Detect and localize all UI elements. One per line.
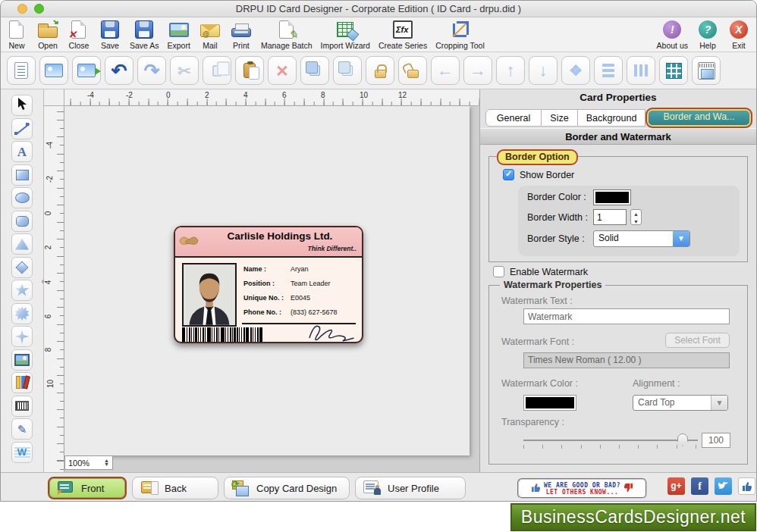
tab-size[interactable]: Size	[542, 109, 578, 127]
show-ruler-button[interactable]	[692, 56, 721, 85]
mail-button[interactable]: Mail	[199, 19, 221, 50]
export-button[interactable]: Export	[168, 19, 190, 50]
manage-batch-label: Manage Batch	[261, 41, 313, 50]
insert-image-button[interactable]	[39, 56, 68, 85]
border-width-stepper[interactable]: ▲▼	[630, 209, 642, 225]
vruler-label: -2	[46, 176, 54, 183]
card-field-row: Phone No. :(833) 627-5678	[243, 308, 338, 316]
tool-image[interactable]	[11, 349, 33, 371]
open-button[interactable]: Open	[36, 19, 59, 50]
save-as-button[interactable]: Save As	[130, 19, 159, 50]
alignment-dropdown[interactable]: Card Top ▼	[633, 395, 728, 411]
tool-library[interactable]	[11, 372, 33, 393]
card-company-name: Carlisle Holdings Ltd.	[201, 230, 359, 242]
text-document-button[interactable]	[7, 56, 36, 85]
enable-watermark-checkbox[interactable]	[493, 266, 504, 277]
manage-batch-button[interactable]: Manage Batch	[261, 19, 313, 50]
back-button[interactable]: Back	[132, 477, 218, 499]
library-icon	[15, 377, 29, 389]
tool-line[interactable]	[11, 118, 33, 139]
tool-rounded-rectangle[interactable]	[11, 211, 33, 232]
tool-four-point-star[interactable]	[11, 326, 33, 347]
delete-button[interactable]: ✕	[268, 56, 297, 85]
distribute-vertical-button[interactable]	[594, 56, 623, 85]
vruler-label: 8	[44, 348, 52, 352]
tab-border-and-watermark[interactable]: Border and Wa...	[645, 108, 752, 128]
create-series-button[interactable]: Create Series	[378, 19, 427, 50]
zoom-control[interactable]: 100% ▲▼	[64, 455, 113, 470]
show-grid-button[interactable]	[659, 56, 688, 85]
move-right-button[interactable]: →	[463, 56, 492, 85]
tab-general[interactable]: General	[485, 109, 542, 127]
distribute-horizontal-button[interactable]	[627, 56, 655, 85]
card-field-value: Team Leader	[291, 280, 331, 287]
paste-button[interactable]	[235, 56, 264, 85]
bring-forward-button[interactable]	[300, 56, 329, 85]
unlock-button[interactable]	[398, 56, 427, 85]
show-border-checkbox[interactable]	[503, 169, 514, 180]
zoom-stepper[interactable]: ▲▼	[104, 459, 109, 466]
print-button[interactable]: Print	[230, 19, 253, 50]
dropdown-chevron-icon: ▼	[673, 231, 689, 246]
export-image-button[interactable]	[72, 56, 101, 85]
exit-button[interactable]: Exit	[727, 19, 750, 50]
select-font-button[interactable]: Select Font	[665, 333, 730, 348]
tool-rectangle[interactable]	[11, 164, 33, 186]
help-button[interactable]: Help	[696, 19, 719, 50]
watermark-color-swatch[interactable]	[523, 395, 576, 411]
print-label: Print	[233, 41, 250, 50]
border-width-input[interactable]	[593, 209, 627, 225]
image-icon	[14, 354, 30, 366]
new-button[interactable]: New	[5, 19, 28, 50]
tool-palette	[1, 89, 44, 472]
feedback-link[interactable]: WE ARE GOOD OR BAD? LET OTHERS KNOW...	[517, 478, 647, 499]
front-button[interactable]: Front	[48, 477, 127, 499]
move-left-button[interactable]: ←	[431, 56, 460, 85]
tab-background[interactable]: Background	[578, 109, 645, 127]
about-us-button[interactable]: About us	[657, 19, 688, 50]
tool-star[interactable]	[11, 280, 33, 301]
user-profile-button[interactable]: User Profile	[355, 477, 466, 499]
copy-button[interactable]	[203, 56, 231, 85]
new-document-icon	[9, 20, 24, 39]
border-color-swatch[interactable]	[593, 189, 631, 205]
tool-select[interactable]	[11, 95, 33, 116]
tool-barcode[interactable]	[11, 396, 33, 417]
watermark-text-input[interactable]	[523, 308, 730, 324]
copy-card-design-button[interactable]: Copy Card Design	[224, 477, 350, 499]
save-as-icon	[135, 20, 153, 39]
move-up-button[interactable]: ↑	[496, 56, 525, 85]
bring-forward-icon	[309, 65, 320, 76]
transparency-slider[interactable]	[523, 440, 698, 441]
center-object-button[interactable]: ❖	[561, 56, 590, 85]
star-icon	[15, 283, 30, 297]
tool-triangle[interactable]	[11, 233, 33, 255]
watermark-color-label: Watermark Color :	[501, 378, 578, 389]
lock-button[interactable]	[366, 56, 394, 85]
tool-ellipse[interactable]	[11, 187, 33, 208]
send-backward-button[interactable]	[333, 56, 362, 85]
google-plus-icon[interactable]: g+	[667, 477, 685, 495]
tool-seal[interactable]	[11, 303, 33, 324]
tool-diamond[interactable]	[11, 257, 33, 278]
like-icon[interactable]	[738, 477, 755, 495]
cut-button[interactable]: ✂	[170, 56, 199, 85]
tool-text[interactable]	[11, 141, 33, 162]
close-button[interactable]: Close	[68, 19, 90, 50]
border-style-dropdown[interactable]: Solid ▼	[593, 230, 690, 247]
card-field-value: (833) 627-5678	[291, 308, 338, 316]
redo-button[interactable]: ↷	[137, 56, 166, 85]
tool-watermark[interactable]	[11, 442, 33, 463]
move-down-button[interactable]: ↓	[529, 56, 558, 85]
import-wizard-button[interactable]: Import Wizard	[321, 19, 370, 50]
seal-icon	[15, 306, 30, 321]
facebook-icon[interactable]: f	[691, 477, 708, 495]
new-label: New	[8, 41, 24, 50]
save-button[interactable]: Save	[99, 19, 121, 50]
id-card-design[interactable]: Carlisle Holdings Ltd. Think Different..…	[174, 226, 363, 343]
twitter-icon[interactable]	[715, 477, 732, 495]
cropping-tool-button[interactable]: Cropping Tool	[435, 19, 485, 50]
undo-button[interactable]: ↶	[105, 56, 133, 85]
tool-signature[interactable]	[11, 418, 33, 440]
text-icon	[17, 146, 27, 158]
